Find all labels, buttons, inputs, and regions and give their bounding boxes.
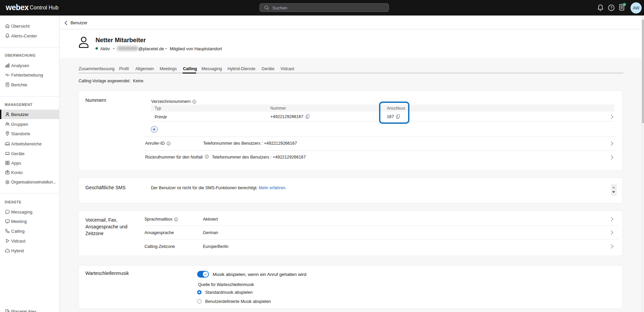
svg-text:?: ? [610,6,612,10]
